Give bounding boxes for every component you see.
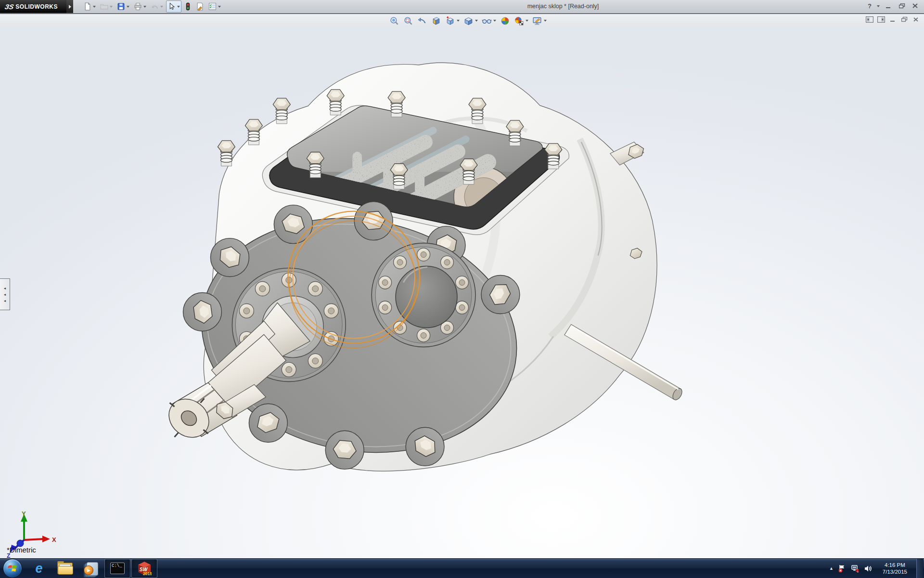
taskbar-internet-explorer-button[interactable]: e bbox=[26, 559, 51, 578]
volume-icon[interactable] bbox=[864, 564, 873, 573]
windows-taskbar: e ▶ C:\_ SW 2015 ▲ bbox=[0, 558, 924, 578]
file-properties-button[interactable] bbox=[194, 0, 205, 13]
output-flange[interactable] bbox=[372, 243, 475, 347]
display-style-dropdown-arrow[interactable] bbox=[475, 20, 478, 22]
save-dropdown-arrow[interactable] bbox=[127, 6, 129, 8]
play-icon: ▶ bbox=[87, 568, 90, 573]
heads-up-toolbar-row bbox=[0, 13, 924, 28]
help-dropdown-arrow[interactable] bbox=[877, 5, 880, 7]
hide-show-items-button[interactable] bbox=[480, 14, 498, 27]
options-button[interactable] bbox=[207, 0, 222, 13]
view-orientation-label: *Dimetric bbox=[7, 546, 36, 554]
options-icon bbox=[208, 2, 217, 11]
undo-button[interactable] bbox=[149, 0, 165, 13]
featuremanager-splitter-tab[interactable]: ◄ ◄ ◄ bbox=[0, 278, 10, 310]
action-center-flag-icon[interactable] bbox=[838, 564, 847, 573]
windows-flag-icon bbox=[7, 563, 18, 574]
view-orientation-icon bbox=[445, 16, 455, 26]
menu-expand-arrow[interactable] bbox=[66, 0, 73, 13]
zoom-to-area-icon bbox=[403, 16, 413, 26]
view-settings-icon bbox=[514, 16, 524, 26]
new-document-button[interactable] bbox=[82, 0, 97, 13]
edit-appearance-button[interactable] bbox=[531, 14, 548, 27]
print-dropdown-arrow[interactable] bbox=[143, 6, 146, 8]
taskbar-solidworks-button[interactable]: SW 2015 bbox=[131, 559, 157, 578]
open-dropdown-arrow[interactable] bbox=[110, 6, 113, 8]
zoom-to-fit-button[interactable] bbox=[388, 14, 401, 27]
edit-appearance-dropdown-arrow[interactable] bbox=[544, 20, 547, 22]
triad-x-label: X bbox=[52, 536, 56, 543]
edit-appearance-icon bbox=[532, 16, 542, 26]
options-dropdown-arrow[interactable] bbox=[218, 6, 221, 8]
save-button[interactable] bbox=[116, 0, 131, 13]
help-button[interactable]: ? bbox=[868, 2, 872, 10]
view-settings-button[interactable] bbox=[513, 14, 530, 27]
triad-y-label: Y bbox=[22, 510, 26, 517]
taskbar-media-player-button[interactable]: ▶ bbox=[78, 559, 103, 578]
show-desktop-button[interactable] bbox=[916, 559, 923, 578]
clock-date: 7/13/2015 bbox=[883, 568, 907, 575]
zoom-to-area-button[interactable] bbox=[402, 14, 415, 27]
select-dropdown-arrow[interactable] bbox=[177, 6, 180, 8]
media-player-icon: ▶ bbox=[84, 562, 98, 575]
rebuild-traffic-light-icon bbox=[184, 2, 192, 11]
splitter-arrow-icon: ◄ bbox=[3, 299, 7, 302]
section-view-icon bbox=[431, 16, 441, 26]
gearbox-model-canvas[interactable] bbox=[0, 27, 924, 559]
rebuild-button[interactable] bbox=[183, 0, 193, 13]
restore-button[interactable] bbox=[897, 2, 907, 10]
document-minimize-button[interactable] bbox=[888, 16, 897, 23]
display-style-icon bbox=[463, 16, 474, 26]
solidworks-logo-glyph: ЗS bbox=[4, 3, 14, 11]
title-bar: ЗS SOLIDWORKS bbox=[0, 0, 924, 13]
taskbar-clock[interactable]: 4:16 PM 7/13/2015 bbox=[883, 562, 907, 575]
featuremanager-pane-right-toggle[interactable] bbox=[877, 16, 886, 23]
network-status-icon[interactable] bbox=[851, 564, 860, 573]
apply-scene-button[interactable] bbox=[499, 14, 512, 27]
featuremanager-pane-left-toggle[interactable] bbox=[865, 16, 874, 23]
new-document-dropdown-arrow[interactable] bbox=[93, 6, 96, 8]
document-close-button[interactable] bbox=[911, 16, 920, 23]
zoom-to-fit-icon bbox=[389, 16, 399, 26]
window-controls: ? bbox=[868, 2, 920, 10]
open-button[interactable] bbox=[99, 0, 114, 13]
hide-show-items-icon bbox=[482, 16, 492, 26]
command-prompt-icon: C:\_ bbox=[110, 563, 125, 574]
undo-dropdown-arrow[interactable] bbox=[160, 6, 163, 8]
apply-scene-icon bbox=[500, 16, 510, 26]
solidworks-logo: ЗS SOLIDWORKS bbox=[0, 0, 66, 13]
sw-year-label: 2015 bbox=[143, 571, 152, 576]
solidworks-logo-text: SOLIDWORKS bbox=[15, 3, 58, 10]
select-button[interactable] bbox=[166, 0, 181, 13]
print-icon bbox=[134, 2, 142, 11]
document-title: menjac sklop * [Read-only] bbox=[491, 0, 635, 13]
taskbar-windows-explorer-button[interactable] bbox=[52, 559, 77, 578]
menu-expand-arrow-glyph bbox=[69, 5, 71, 9]
document-restore-button[interactable] bbox=[900, 16, 909, 23]
view-orientation-dropdown-arrow[interactable] bbox=[457, 20, 460, 22]
solidworks-app-window: { "window": { "logo_glyph": "ЗS", "logo_… bbox=[0, 0, 924, 578]
file-properties-icon bbox=[196, 2, 204, 11]
open-folder-icon bbox=[100, 2, 108, 11]
view-orientation-button[interactable] bbox=[444, 14, 461, 27]
view-settings-dropdown-arrow[interactable] bbox=[526, 20, 528, 22]
heads-up-toolbar bbox=[388, 14, 548, 27]
clock-time: 4:16 PM bbox=[883, 562, 907, 568]
display-style-button[interactable] bbox=[462, 14, 479, 27]
minimize-button[interactable] bbox=[884, 2, 893, 10]
folder-icon bbox=[57, 563, 73, 574]
previous-view-button[interactable] bbox=[416, 14, 429, 27]
print-button[interactable] bbox=[132, 0, 148, 13]
close-button[interactable] bbox=[911, 2, 920, 10]
section-view-button[interactable] bbox=[430, 14, 443, 27]
internet-explorer-icon: e bbox=[35, 561, 42, 576]
tray-expand-button[interactable]: ▲ bbox=[829, 566, 834, 571]
save-floppy-icon bbox=[117, 2, 125, 11]
graphics-viewport[interactable]: ◄ ◄ ◄ Y X Z *Dimetric bbox=[0, 27, 924, 559]
start-button[interactable] bbox=[3, 559, 22, 578]
document-window-controls bbox=[865, 16, 920, 23]
solidworks-2015-icon: SW 2015 bbox=[137, 561, 152, 576]
new-document-icon bbox=[83, 2, 91, 11]
hide-show-items-dropdown-arrow[interactable] bbox=[493, 20, 496, 22]
taskbar-command-prompt-button[interactable]: C:\_ bbox=[104, 559, 130, 578]
